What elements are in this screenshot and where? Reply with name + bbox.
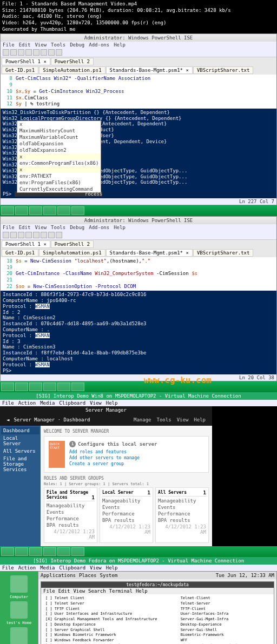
taskbar[interactable] [0, 205, 277, 216]
intellisense-popup[interactable]: xMaximumHistoryCountMaximumVariableCount… [17, 120, 101, 193]
sidebar-dashboard[interactable]: Dashboard [1, 427, 39, 434]
powershell-ise-window-1: Administrator: Windows PowerShell ISE Fi… [0, 33, 277, 205]
toolbar[interactable] [1, 231, 276, 240]
sidebar-all[interactable]: All Servers [1, 447, 39, 455]
paste-icon[interactable] [41, 49, 47, 56]
vm-window-win8: [SIG] Interop Demo Win8 on MSPDEMOLAPTOP… [0, 392, 277, 546]
save-icon[interactable] [18, 49, 24, 56]
create-group-link[interactable]: Create a server group [69, 461, 204, 466]
status-bar: Ln 227 Col 7 [1, 198, 276, 205]
open-icon[interactable] [10, 49, 17, 56]
menu-bar[interactable]: File Edit View Tools Debug Add-ons Help [1, 42, 276, 48]
add-roles-link[interactable]: Add roles and features [69, 450, 204, 454]
task-icon[interactable] [43, 206, 56, 215]
run-icon[interactable] [48, 49, 55, 56]
home-icon[interactable] [10, 601, 28, 619]
sm-header: ◄Server Manager · Dashboard ManageToolsV… [0, 414, 212, 426]
status-bar: Ln 20 Col 38 [1, 374, 276, 381]
runspace-tab[interactable]: PowerShell 1 × [2, 58, 50, 65]
file-tab[interactable]: VBScriptSharer.txt [193, 66, 254, 74]
file-tabs[interactable]: Get-ID.ps1 SimpleAutomation.ps1 Standard… [1, 249, 276, 257]
file-tab[interactable]: Standards-Base-Mgmt.psm1* × [106, 66, 193, 74]
script-pane[interactable]: 18$s = New-CimSession "localhost",(hostn… [1, 257, 276, 291]
runspace-tabs[interactable]: PowerShell 1 × PowerShell 2 [1, 57, 276, 66]
terminal-menu[interactable]: FileEditViewSearchTerminalHelp [41, 588, 274, 594]
cut-icon[interactable] [25, 49, 32, 56]
window-title: Administrator: Windows PowerShell ISE [1, 34, 276, 42]
file-tabs[interactable]: Get-ID.ps1 SimpleAutomation.ps1 Standard… [1, 66, 276, 75]
trash-icon[interactable] [10, 627, 28, 644]
sm-sidebar[interactable]: Dashboard Local Server All Servers File … [0, 426, 41, 546]
powershell-ise-window-2: Administrator: Windows PowerShell ISE Fi… [0, 216, 277, 382]
vm-title: [SIG] Interop Demo Win8 on MSPDEMOLAPTOP… [0, 392, 277, 400]
menu-file[interactable]: File [3, 42, 15, 48]
computer-icon[interactable] [10, 575, 28, 593]
sm-title: Server Manager [0, 406, 212, 414]
menu-edit[interactable]: Edit [19, 42, 31, 48]
task-icon[interactable] [15, 206, 28, 215]
file-tab[interactable]: Get-ID.ps1 [2, 66, 38, 74]
menu-help[interactable]: Help [114, 42, 126, 48]
configure-link[interactable]: Configure this local server [78, 441, 157, 447]
taskbar[interactable] [0, 546, 277, 557]
quick-start-label: QUICK START [49, 441, 65, 468]
video-metadata: File: 1 - Standards Based Management Vid… [0, 0, 277, 33]
window-title: Administrator: Windows PowerShell ISE [1, 217, 276, 224]
script-pane[interactable]: 8Get-CimClass Win32* -QualifierName Asso… [1, 75, 276, 108]
sidebar-local[interactable]: Local Server [1, 434, 39, 447]
menu-tools[interactable]: Tools [51, 42, 65, 48]
menu-addons[interactable]: Add-ons [89, 42, 109, 48]
vm-menu[interactable]: FileActionMediaClipboardViewHelp [0, 565, 277, 571]
menu-debug[interactable]: Debug [70, 42, 84, 48]
stop-icon[interactable] [56, 49, 62, 56]
menu-bar[interactable]: FileEditViewToolsDebugAdd-onsHelp [1, 224, 276, 231]
toolbar[interactable] [1, 48, 276, 57]
taskbar[interactable] [0, 381, 277, 392]
sidebar-storage[interactable]: File and Storage Services [1, 455, 39, 473]
vm-blackbar [212, 406, 277, 546]
terminal-body[interactable]: [ ] Telnet ClientTelnet-Client[ ] Telnet… [41, 594, 274, 644]
sm-main: WELCOME TO SERVER MANAGER QUICK START 1C… [41, 426, 212, 546]
vm-title: [SIG] Interop Demo Fedora on MSPDEMOLAPT… [0, 557, 277, 565]
console-pane[interactable]: InstanceId : 886f3f1d-2973-47c9-b73d-b16… [1, 291, 276, 374]
task-icon[interactable] [29, 206, 42, 215]
desktop[interactable]: Computer test's Home Trash [0, 571, 38, 644]
terminal-window[interactable]: test@fedora:~/mockupdata FileEditViewSea… [41, 581, 274, 644]
menu-view[interactable]: View [35, 42, 47, 48]
task-icon[interactable] [57, 206, 70, 215]
new-icon[interactable] [3, 49, 9, 56]
file-tab[interactable]: SimpleAutomation.ps1 [39, 66, 105, 74]
terminal-title: test@fedora:~/mockupdata [41, 582, 274, 588]
task-icon[interactable] [71, 206, 84, 215]
gnome-panel[interactable]: ApplicationsPlacesSystem Tue Jun 12, 12:… [38, 572, 276, 579]
add-servers-link[interactable]: Add other servers to manage [69, 455, 204, 460]
task-icon[interactable] [1, 206, 14, 215]
copy-icon[interactable] [33, 49, 39, 56]
runspace-tabs[interactable]: PowerShell 1 × PowerShell 2 [1, 240, 276, 249]
runspace-tab[interactable]: PowerShell 2 [51, 58, 94, 65]
watermark: www.cg-ku.com [144, 375, 212, 385]
vm-menu[interactable]: FileActionMediaClipboardViewHelp [0, 400, 277, 406]
arrow-icon[interactable]: ◄ [6, 417, 9, 422]
vm-window-fedora: [SIG] Interop Demo Fedora on MSPDEMOLAPT… [0, 557, 277, 644]
